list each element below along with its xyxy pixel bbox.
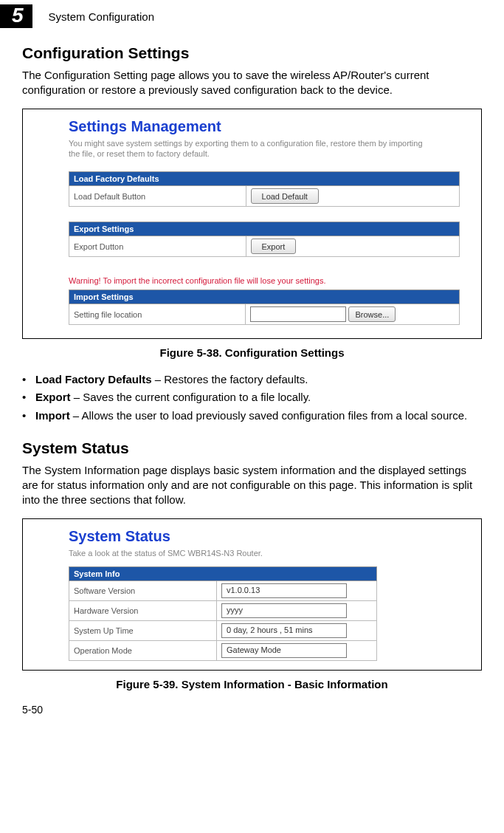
export-button[interactable]: Export bbox=[251, 239, 297, 254]
figure-5-39-box: System Status Take a look at the status … bbox=[22, 518, 482, 671]
operation-mode-value: Gateway Mode bbox=[221, 643, 347, 658]
page-number: 5-50 bbox=[22, 704, 504, 716]
import-file-input[interactable] bbox=[250, 306, 346, 322]
operation-mode-label: Operation Mode bbox=[69, 640, 217, 660]
import-settings-header: Import Settings bbox=[69, 290, 460, 304]
software-version-value: v1.0.0.13 bbox=[221, 583, 347, 598]
hardware-version-label: Hardware Version bbox=[69, 600, 217, 620]
load-defaults-table: Load Factory Defaults Load Default Butto… bbox=[69, 171, 460, 207]
export-settings-table: Export Settings Export Dutton Export bbox=[69, 222, 460, 257]
system-status-title: System Status bbox=[69, 528, 472, 545]
list-item: •Export – Saves the current configuratio… bbox=[22, 390, 482, 405]
section-system-status-intro: The System Information page displays bas… bbox=[22, 463, 482, 508]
export-label: Export Dutton bbox=[69, 236, 246, 257]
section-configuration-settings-title: Configuration Settings bbox=[22, 44, 482, 62]
features-list: •Load Factory Defaults – Restores the fa… bbox=[22, 372, 482, 423]
export-settings-header: Export Settings bbox=[69, 222, 460, 236]
load-default-button[interactable]: Load Default bbox=[251, 188, 319, 204]
import-warning: Warning! To import the incorrect configu… bbox=[69, 276, 472, 285]
settings-management-desc: You might save system settings by export… bbox=[69, 138, 430, 160]
hardware-version-value: yyyy bbox=[221, 603, 347, 618]
chapter-number: 5 bbox=[0, 4, 32, 28]
browse-button[interactable]: Browse... bbox=[348, 306, 396, 322]
figure-5-38-box: Settings Management You might save syste… bbox=[22, 109, 482, 340]
system-up-time-label: System Up Time bbox=[69, 620, 217, 640]
figure-5-38-caption: Figure 5-38. Configuration Settings bbox=[22, 346, 482, 359]
settings-management-title: Settings Management bbox=[69, 118, 472, 135]
load-defaults-header: Load Factory Defaults bbox=[69, 172, 460, 186]
figure-5-39-caption: Figure 5-39. System Information - Basic … bbox=[22, 678, 482, 690]
list-item: •Import – Allows the user to load previo… bbox=[22, 408, 482, 423]
system-status-desc: Take a look at the status of SMC WBR14S-… bbox=[69, 548, 430, 559]
software-version-label: Software Version bbox=[69, 580, 217, 600]
chapter-title: System Configuration bbox=[49, 10, 154, 23]
list-item: •Load Factory Defaults – Restores the fa… bbox=[22, 372, 482, 387]
import-label: Setting file location bbox=[69, 304, 246, 325]
load-default-label: Load Default Button bbox=[69, 186, 246, 207]
section-system-status-title: System Status bbox=[22, 439, 482, 457]
system-info-header: System Info bbox=[69, 566, 377, 580]
chapter-header: 5 System Configuration bbox=[0, 4, 504, 28]
system-up-time-value: 0 day, 2 hours , 51 mins bbox=[221, 623, 347, 638]
section-configuration-settings-intro: The Configuration Setting page allows yo… bbox=[22, 68, 482, 98]
import-settings-table: Import Settings Setting file location Br… bbox=[69, 289, 460, 325]
system-info-table: System Info Software Version v1.0.0.13 H… bbox=[69, 566, 377, 661]
